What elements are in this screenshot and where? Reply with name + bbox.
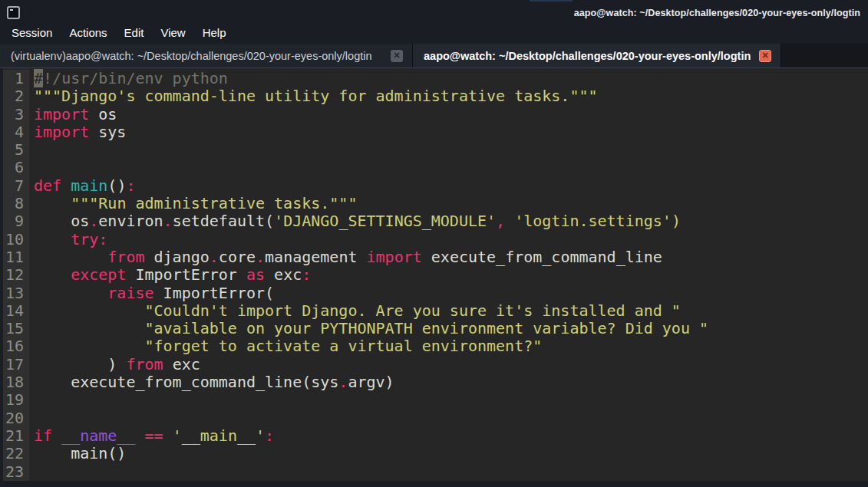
- code-line-text: try:: [29, 231, 107, 248]
- tab-virtualenv-session[interactable]: (virtualenv)aapo@watch: ~/Desktop/challe…: [0, 44, 413, 67]
- code-line-text: "available on your PYTHONPATH environmen…: [29, 320, 708, 337]
- code-line-text: import sys: [29, 123, 126, 141]
- line-number: 23: [3, 463, 29, 481]
- line-number: 10: [3, 231, 29, 248]
- code-line: 21if __name__ == '__main__':: [3, 427, 868, 445]
- code-line-text: [29, 391, 34, 409]
- window-top-accent: [530, 0, 573, 2]
- line-number: 21: [3, 427, 29, 445]
- code-line: 23: [3, 463, 868, 481]
- menu-actions[interactable]: Actions: [61, 26, 115, 39]
- line-number: 11: [3, 248, 29, 266]
- code-line-text: #!/usr/bin/env python: [29, 70, 228, 87]
- line-number: 1: [3, 70, 29, 87]
- code-line: 13 raise ImportError(: [3, 285, 868, 302]
- line-number: 6: [3, 159, 29, 176]
- code-line: 4import sys: [3, 123, 868, 141]
- code-line-text: except ImportError as exc:: [29, 266, 311, 284]
- line-number: 22: [3, 445, 29, 462]
- code-line: 6: [3, 159, 868, 176]
- code-line: 1#!/usr/bin/env python: [3, 70, 868, 87]
- code-line-text: [29, 463, 34, 481]
- code-line-text: raise ImportError(: [29, 285, 274, 302]
- line-number: 12: [3, 266, 29, 284]
- code-line: 9 os.environ.setdefault('DJANGO_SETTINGS…: [3, 212, 868, 230]
- code-line: 12 except ImportError as exc:: [3, 266, 868, 284]
- terminal-icon: [7, 6, 20, 19]
- window-bottom-edge: [0, 481, 868, 487]
- line-number: 14: [3, 302, 29, 320]
- line-number: 20: [3, 410, 29, 427]
- code-line-text: from django.core.management import execu…: [29, 248, 662, 266]
- line-number: 19: [3, 391, 29, 409]
- menu-view[interactable]: View: [152, 26, 193, 39]
- code-line-text: ) from exc: [29, 356, 200, 373]
- code-line: 17 ) from exc: [3, 356, 868, 373]
- line-number: 15: [3, 320, 29, 337]
- terminal-editor[interactable]: 1#!/usr/bin/env python2"""Django's comma…: [0, 68, 868, 481]
- tab-active-session[interactable]: aapo@watch: ~/Desktop/challenges/020-you…: [413, 44, 781, 67]
- code-line-text: [29, 141, 34, 159]
- tabbar-empty-space: [781, 44, 868, 67]
- code-line-text: "Couldn't import Django. Are you sure it…: [29, 302, 681, 320]
- menu-help[interactable]: Help: [194, 26, 235, 39]
- code-line: 7def main():: [3, 177, 868, 195]
- code-line-text: [29, 410, 34, 427]
- code-line: 14 "Couldn't import Django. Are you sure…: [3, 302, 868, 320]
- menubar: Session Actions Edit View Help: [0, 21, 868, 44]
- close-icon[interactable]: ✕: [391, 50, 403, 62]
- code-line: 20: [3, 410, 868, 427]
- window-titlebar: aapo@watch: ~/Desktop/challenges/020-you…: [0, 0, 868, 21]
- tabbar: (virtualenv)aapo@watch: ~/Desktop/challe…: [0, 44, 868, 68]
- code-line-text: "forget to activate a virtual environmen…: [29, 337, 542, 355]
- code-line-text: os.environ.setdefault('DJANGO_SETTINGS_M…: [29, 212, 681, 230]
- code-line-text: main(): [29, 445, 126, 462]
- line-number: 17: [3, 356, 29, 373]
- menu-edit[interactable]: Edit: [116, 26, 153, 39]
- line-number: 2: [3, 87, 29, 105]
- close-icon[interactable]: ✕: [759, 50, 771, 62]
- code-line: 15 "available on your PYTHONPATH environ…: [3, 320, 868, 337]
- tab-label: (virtualenv)aapo@watch: ~/Desktop/challe…: [11, 50, 384, 62]
- line-number: 5: [3, 141, 29, 159]
- code-lines: 1#!/usr/bin/env python2"""Django's comma…: [3, 70, 868, 481]
- tab-label: aapo@watch: ~/Desktop/challenges/020-you…: [424, 50, 752, 62]
- text-cursor: #: [34, 69, 43, 87]
- code-line: 5: [3, 141, 868, 159]
- code-line-text: """Django's command-line utility for adm…: [29, 87, 598, 105]
- line-number: 18: [3, 373, 29, 391]
- code-line-text: [29, 159, 34, 176]
- code-line: 2"""Django's command-line utility for ad…: [3, 87, 868, 105]
- code-line: 10 try:: [3, 231, 868, 248]
- window-title: aapo@watch: ~/Desktop/challenges/020-you…: [574, 8, 860, 18]
- code-line-text: """Run administrative tasks.""": [29, 195, 357, 212]
- code-line: 3import os: [3, 106, 868, 123]
- line-number: 8: [3, 195, 29, 212]
- line-number: 3: [3, 106, 29, 123]
- code-line: 16 "forget to activate a virtual environ…: [3, 337, 868, 355]
- line-number: 16: [3, 337, 29, 355]
- line-number: 7: [3, 177, 29, 195]
- code-line-text: def main():: [29, 177, 135, 195]
- code-line-text: import os: [29, 106, 117, 123]
- code-line-text: execute_from_command_line(sys.argv): [29, 373, 394, 391]
- code-line: 8 """Run administrative tasks.""": [3, 195, 868, 212]
- line-number: 4: [3, 123, 29, 141]
- code-line: 19: [3, 391, 868, 409]
- menu-session[interactable]: Session: [3, 26, 61, 39]
- code-line: 18 execute_from_command_line(sys.argv): [3, 373, 868, 391]
- line-number: 9: [3, 212, 29, 230]
- code-line: 11 from django.core.management import ex…: [3, 248, 868, 266]
- line-number: 13: [3, 285, 29, 302]
- code-line: 22 main(): [3, 445, 868, 462]
- code-line-text: if __name__ == '__main__':: [29, 427, 274, 445]
